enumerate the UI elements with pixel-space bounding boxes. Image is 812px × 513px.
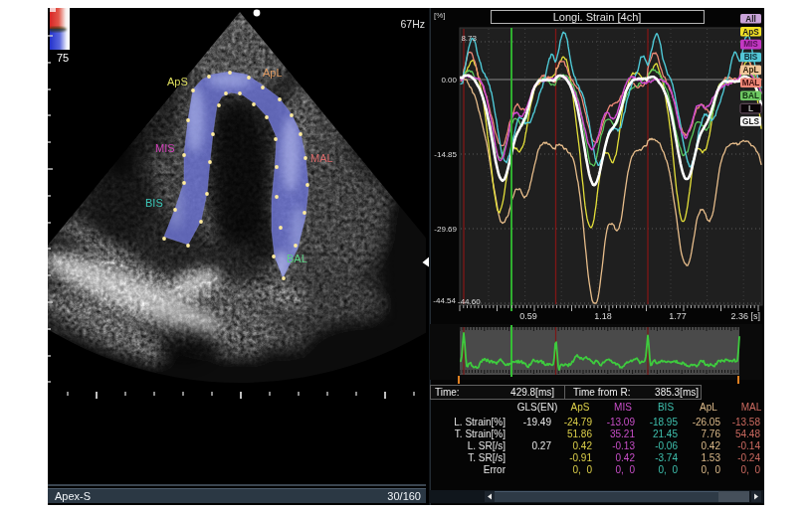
svg-text:BAL: BAL xyxy=(287,253,307,264)
svg-text:51.86: 51.86 xyxy=(567,428,592,439)
svg-text:Time:: Time: xyxy=(435,387,460,398)
svg-text:2.36 [s]: 2.36 [s] xyxy=(730,311,760,321)
svg-text:-29.69: -29.69 xyxy=(434,225,457,234)
svg-text:BIS: BIS xyxy=(145,197,163,209)
svg-text:MIS: MIS xyxy=(743,40,758,49)
svg-text:0.42: 0.42 xyxy=(616,452,636,463)
svg-text:BAL: BAL xyxy=(742,91,759,100)
svg-text:0.27: 0.27 xyxy=(532,440,552,451)
svg-text:0, 0: 0, 0 xyxy=(741,464,761,475)
svg-text:1.77: 1.77 xyxy=(669,311,687,321)
svg-text:ApS: ApS xyxy=(167,76,188,87)
svg-text:BIS: BIS xyxy=(658,402,674,413)
svg-text:ApS: ApS xyxy=(571,402,590,413)
svg-text:0, 0: 0, 0 xyxy=(616,464,636,475)
svg-text:1.18: 1.18 xyxy=(594,311,612,321)
svg-text:Time from R:: Time from R: xyxy=(573,387,630,398)
svg-text:429.8[ms]: 429.8[ms] xyxy=(510,387,554,398)
svg-text:8.73: 8.73 xyxy=(461,34,477,43)
svg-text:0.00: 0.00 xyxy=(441,76,457,85)
svg-text:0, 0: 0, 0 xyxy=(659,464,679,475)
svg-text:-0.91: -0.91 xyxy=(569,452,592,463)
svg-text:-19.49: -19.49 xyxy=(523,417,552,428)
svg-text:Error: Error xyxy=(484,464,507,475)
svg-text:MIS: MIS xyxy=(155,142,175,154)
svg-text:75: 75 xyxy=(57,52,69,64)
svg-text:All: All xyxy=(745,15,755,24)
svg-text:-3.74: -3.74 xyxy=(655,452,678,463)
svg-text:T. Strain[%]: T. Strain[%] xyxy=(455,428,506,439)
svg-text:1.53: 1.53 xyxy=(702,452,721,463)
svg-text:0, 0: 0, 0 xyxy=(702,464,721,475)
svg-text:0.42: 0.42 xyxy=(702,440,721,451)
svg-text:0.59: 0.59 xyxy=(519,311,537,321)
svg-text:ApL: ApL xyxy=(263,67,283,79)
svg-text:MAL: MAL xyxy=(742,79,760,87)
svg-text:21.45: 21.45 xyxy=(653,428,678,439)
svg-text:MIS: MIS xyxy=(614,402,632,413)
svg-text:L. Strain[%]: L. Strain[%] xyxy=(454,417,506,428)
svg-text:L. SR[/s]: L. SR[/s] xyxy=(468,440,507,451)
svg-text:ApL: ApL xyxy=(700,402,717,413)
svg-text:T. SR[/s]: T. SR[/s] xyxy=(468,452,506,463)
svg-text:-0.24: -0.24 xyxy=(737,452,760,463)
svg-text:0, 0: 0, 0 xyxy=(573,464,593,475)
svg-text:-13.09: -13.09 xyxy=(607,417,636,428)
svg-text:MAL: MAL xyxy=(310,152,333,164)
svg-text:Longi. Strain [4ch]: Longi. Strain [4ch] xyxy=(553,11,642,23)
svg-text:30/160: 30/160 xyxy=(387,490,421,502)
svg-text:7.76: 7.76 xyxy=(702,428,721,439)
svg-text:54.48: 54.48 xyxy=(735,428,760,439)
svg-text:ApL: ApL xyxy=(743,66,759,75)
svg-text:GLS: GLS xyxy=(742,117,759,126)
svg-text:-44.60: -44.60 xyxy=(458,297,481,306)
svg-text:-18.95: -18.95 xyxy=(650,417,679,428)
svg-text:-0.14: -0.14 xyxy=(737,440,760,451)
svg-text:ApS: ApS xyxy=(742,28,759,37)
svg-text:-13.58: -13.58 xyxy=(732,417,761,428)
svg-text:385.3[ms]: 385.3[ms] xyxy=(655,387,699,398)
svg-text:Apex-S: Apex-S xyxy=(55,490,91,502)
svg-text:BIS: BIS xyxy=(744,53,758,62)
svg-text:MAL: MAL xyxy=(741,402,762,413)
svg-text:35.21: 35.21 xyxy=(610,428,635,439)
svg-text:-44.54: -44.54 xyxy=(433,296,456,305)
svg-text:0.42: 0.42 xyxy=(573,440,593,451)
svg-text:-26.05: -26.05 xyxy=(693,417,721,428)
svg-text:-0.06: -0.06 xyxy=(655,440,678,451)
svg-text:67Hz: 67Hz xyxy=(400,18,425,30)
svg-text:-0.13: -0.13 xyxy=(612,440,635,451)
svg-text:-14.85: -14.85 xyxy=(434,150,457,159)
svg-text:L: L xyxy=(748,104,753,113)
svg-text:GLS(EN): GLS(EN) xyxy=(517,402,558,413)
svg-text:[%]: [%] xyxy=(434,11,446,20)
svg-text:-24.79: -24.79 xyxy=(564,417,593,428)
